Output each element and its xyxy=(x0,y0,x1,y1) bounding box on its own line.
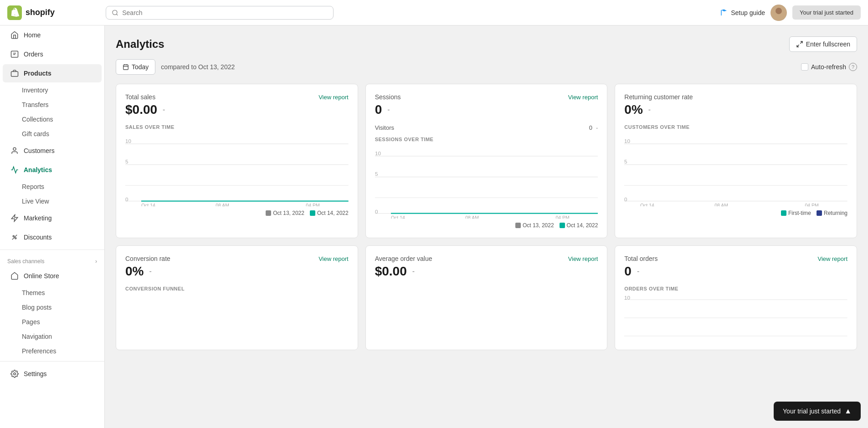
auto-refresh-checkbox[interactable] xyxy=(801,63,808,71)
card-conversion-value-row: 0% - xyxy=(125,264,349,279)
sidebar-item-marketing[interactable]: Marketing xyxy=(3,209,102,227)
svg-point-4 xyxy=(776,8,782,14)
chart-label-sessions: SESSIONS OVER TIME xyxy=(375,137,598,142)
analytics-icon xyxy=(10,165,19,174)
calendar-icon xyxy=(123,64,129,70)
card-conversion-header: Conversion rate View report xyxy=(125,255,349,262)
search-input[interactable] xyxy=(122,9,328,16)
sidebar-sub-item-navigation[interactable]: Navigation xyxy=(3,330,102,343)
chart-label-orders: ORDERS OVER TIME xyxy=(624,286,847,291)
svg-text:5: 5 xyxy=(125,159,128,164)
svg-marker-9 xyxy=(11,215,18,222)
svg-line-2 xyxy=(117,14,118,15)
help-icon[interactable]: ? xyxy=(849,63,857,71)
card-total-sales-view-report[interactable]: View report xyxy=(318,94,349,101)
legend-first-time: First-time xyxy=(781,210,811,216)
card-aov-title: Average order value xyxy=(375,255,432,262)
chevron-right-icon[interactable]: › xyxy=(95,258,97,265)
sidebar-divider-2 xyxy=(0,361,104,362)
svg-text:Oct 14: Oct 14 xyxy=(141,203,155,206)
cards-grid: Total sales View report $0.00 - SALES OV… xyxy=(116,84,857,350)
card-conversion-view-report[interactable]: View report xyxy=(318,255,349,262)
svg-point-8 xyxy=(13,148,16,150)
sidebar-sub-item-blog-posts-label: Blog posts xyxy=(22,304,51,311)
svg-text:10: 10 xyxy=(624,138,630,144)
sidebar-sub-item-blog-posts[interactable]: Blog posts xyxy=(3,301,102,314)
sidebar-sub-item-inventory-label: Inventory xyxy=(22,87,48,94)
sidebar-item-home[interactable]: Home xyxy=(3,26,102,44)
chart-legend-sales: Oct 13, 2022 Oct 14, 2022 xyxy=(125,210,349,216)
card-returning-change: - xyxy=(648,106,651,114)
fullscreen-button[interactable]: Enter fullscreen xyxy=(789,36,857,52)
legend-first-time-label: First-time xyxy=(788,210,811,216)
sidebar-item-discounts-label: Discounts xyxy=(24,234,51,241)
sidebar-item-analytics[interactable]: Analytics xyxy=(3,161,102,179)
svg-point-1 xyxy=(113,10,117,15)
card-returning-title: Returning customer rate xyxy=(624,93,693,101)
sidebar-sub-item-preferences[interactable]: Preferences xyxy=(3,344,102,358)
card-sessions-view-report[interactable]: View report xyxy=(568,94,598,101)
card-sessions-change: - xyxy=(387,106,390,114)
auto-refresh-label: Auto-refresh xyxy=(811,63,846,71)
sidebar-item-orders[interactable]: Orders xyxy=(3,45,102,63)
sidebar-sub-item-transfers-label: Transfers xyxy=(22,101,49,108)
svg-text:5: 5 xyxy=(624,159,627,164)
legend-returning-label: Returning xyxy=(824,210,847,216)
sidebar-sub-item-themes[interactable]: Themes xyxy=(3,286,102,300)
svg-text:10: 10 xyxy=(375,151,381,156)
page-title: Analytics xyxy=(116,38,164,51)
sidebar-sub-item-inventory[interactable]: Inventory xyxy=(3,83,102,97)
sidebar-sub-item-reports-label: Reports xyxy=(22,183,44,190)
customers-icon xyxy=(10,146,19,155)
setup-guide-button[interactable]: Setup guide xyxy=(720,9,765,17)
card-sessions-sub-row: Visitors 0 - xyxy=(375,124,598,131)
search-bar[interactable] xyxy=(106,6,334,20)
sidebar-item-analytics-label: Analytics xyxy=(24,166,52,173)
card-returning-customer-rate: Returning customer rate 0% - CUSTOMERS O… xyxy=(615,84,857,238)
card-total-sales-change: - xyxy=(163,106,165,114)
card-returning-value: 0% xyxy=(624,102,642,117)
sidebar-item-home-label: Home xyxy=(24,31,41,39)
sidebar-item-online-store[interactable]: Online Store xyxy=(3,267,102,285)
sidebar-sub-item-reports[interactable]: Reports xyxy=(3,180,102,194)
svg-point-11 xyxy=(15,238,16,239)
avatar[interactable] xyxy=(770,5,787,21)
sidebar-section-sales-channels: Sales channels › xyxy=(0,253,104,266)
today-button[interactable]: Today xyxy=(116,59,155,75)
card-sessions-title: Sessions xyxy=(375,93,401,101)
trial-button[interactable]: Your trial just started xyxy=(792,5,861,20)
sidebar-item-customers[interactable]: Customers xyxy=(3,142,102,160)
sidebar-item-products[interactable]: Products xyxy=(3,64,102,82)
sidebar-sub-item-gift-cards[interactable]: Gift cards xyxy=(3,127,102,141)
legend-sessions-oct14: Oct 14, 2022 xyxy=(560,222,598,229)
sidebar-sub-item-collections[interactable]: Collections xyxy=(3,112,102,126)
svg-text:08 AM: 08 AM xyxy=(465,215,479,219)
online-store-icon xyxy=(10,271,19,280)
svg-line-15 xyxy=(797,45,799,47)
svg-text:08 AM: 08 AM xyxy=(715,203,729,206)
sidebar-item-marketing-label: Marketing xyxy=(24,214,51,222)
card-total-orders: Total orders View report 0 - ORDERS OVER… xyxy=(615,245,857,350)
sidebar-sub-item-live-view[interactable]: Live View xyxy=(3,194,102,208)
card-total-orders-view-report[interactable]: View report xyxy=(817,255,847,262)
content-area: Analytics Enter fullscreen Today compare… xyxy=(105,25,868,428)
card-total-orders-title: Total orders xyxy=(624,255,657,262)
logo-text: shopify xyxy=(26,8,55,17)
sidebar-sub-item-collections-label: Collections xyxy=(22,116,53,123)
card-aov-view-report[interactable]: View report xyxy=(568,255,598,262)
sidebar-sub-item-transfers[interactable]: Transfers xyxy=(3,98,102,112)
logo: shopify xyxy=(7,5,98,20)
toast-arrow-icon[interactable]: ▲ xyxy=(844,407,852,415)
discounts-icon xyxy=(10,233,19,242)
svg-text:5: 5 xyxy=(375,171,378,177)
shopify-logo-icon xyxy=(7,5,22,20)
sidebar-item-settings[interactable]: Settings xyxy=(3,365,102,383)
legend-oct13-label: Oct 13, 2022 xyxy=(273,210,304,216)
sidebar-item-discounts[interactable]: Discounts xyxy=(3,228,102,246)
marketing-icon xyxy=(10,214,19,223)
sidebar-sub-item-themes-label: Themes xyxy=(22,289,45,296)
fullscreen-label: Enter fullscreen xyxy=(806,41,850,48)
sales-channels-label: Sales channels xyxy=(7,258,44,265)
sidebar-sub-item-pages[interactable]: Pages xyxy=(3,315,102,329)
legend-oct14-label: Oct 14, 2022 xyxy=(317,210,349,216)
